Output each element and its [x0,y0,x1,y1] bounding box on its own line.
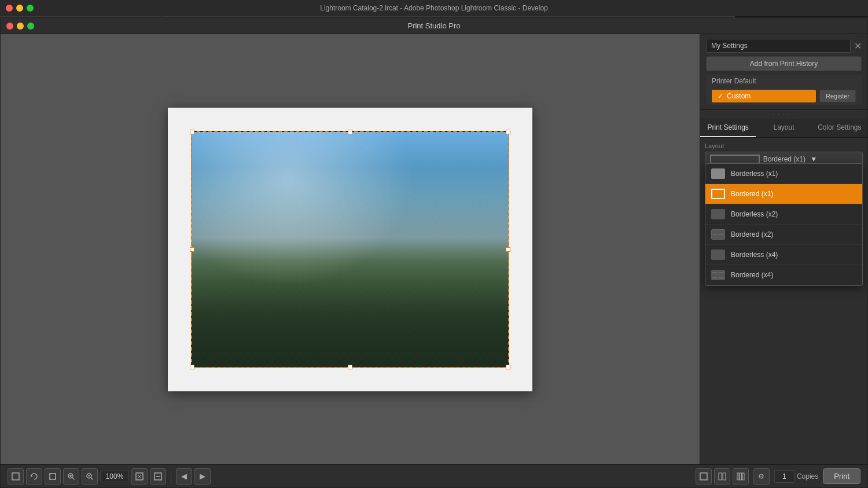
dd-item-icon-bordered-2 [711,229,725,240]
toolbar-prev-btn[interactable]: ◀ [176,468,192,485]
dd-item-bordered-1[interactable]: Bordered (x1) [705,184,735,204]
add-history-button[interactable]: Add from Print History [706,56,735,71]
settings-name-input[interactable] [706,39,735,53]
tab-print-settings[interactable]: Print Settings [700,119,735,137]
custom-check-icon: ✓ [718,92,723,100]
print-bottom-right: ⚙ Copies Print [696,468,735,485]
window-title: Lightroom Catalog-2.lrcat - Adobe Photos… [320,4,548,12]
dd-item-bordered-4[interactable]: Bordered (x4) [705,265,735,285]
settings-name-row: ✕ [706,39,735,53]
minimize-button[interactable] [16,5,23,12]
print-image [191,131,509,368]
toolbar-frame-btn[interactable] [162,468,166,485]
resize-handle-tr[interactable] [506,130,510,134]
dd-item-icon-borderless-1 [711,168,725,179]
resize-handle-ml[interactable] [190,247,194,252]
dd-item-borderless-4[interactable]: Borderless (x4) [705,245,735,265]
layout-btn-2[interactable] [714,468,730,485]
printer-default-label: Printer Default [712,77,735,85]
dd-item-icon-bordered-4 [711,270,725,280]
canvas-area [162,34,700,464]
dd-item-bordered-2[interactable]: Bordered (x2) [705,225,735,245]
bottom-layout-buttons [696,468,735,485]
layout-dropdown-menu: Borderless (x1) Bordered (x1) [705,163,735,286]
printer-default-row: Printer Default [706,75,735,87]
dropdown-icon [710,155,735,164]
dd-item-label-borderless-2: Borderless (x2) [731,210,735,218]
dialog-title: Print Studio Pro [407,21,460,30]
dialog-title-bar: Print Studio Pro [162,18,735,34]
dd-item-label-bordered-2: Bordered (x2) [731,230,735,239]
dialog-body: ✕ Add from Print History Printer Default… [162,34,735,464]
dd-item-label-bordered-4: Bordered (x4) [731,271,735,279]
dd-item-label-borderless-1: Borderless (x1) [731,170,735,178]
svg-rect-12 [719,473,722,480]
dd-item-label-borderless-4: Borderless (x4) [731,251,735,259]
layout-btn-1[interactable] [696,468,712,485]
svg-rect-13 [723,473,726,480]
bottom-toolbar: 100% ◀ ▶ [162,464,735,487]
resize-handle-mr[interactable] [506,247,510,252]
resize-handle-tl[interactable] [190,130,194,134]
dropdown-scroll-area[interactable]: Borderless (x1) Bordered (x1) [705,164,735,285]
custom-selected-item[interactable]: ✓ Custom [712,90,735,102]
dd-item-icon-borderless-2 [711,209,725,219]
center-column: Print Studio Pro [162,16,735,488]
resize-handle-bc[interactable] [348,365,352,369]
print-studio-dialog: Print Studio Pro [162,17,735,488]
toolbar-separator [171,471,171,482]
resize-handle-br[interactable] [506,365,510,369]
title-bar: Lightroom Catalog-2.lrcat - Adobe Photos… [0,0,868,16]
custom-row: ✓ Custom Register [706,87,735,105]
layout-dropdown-container: Layout Bordered (x1) ▼ [700,138,735,171]
maximize-button[interactable] [27,5,34,12]
drag-handle: · · · · · [700,110,735,119]
layout-section-label: Layout [705,142,735,149]
dd-item-icon-bordered-1 [711,189,725,199]
dd-item-icon-borderless-4 [711,249,725,260]
dd-item-borderless-1[interactable]: Borderless (x1) [705,164,735,184]
svg-rect-11 [700,473,707,480]
toolbar-next-btn[interactable]: ▶ [194,468,211,485]
dd-item-borderless-2[interactable]: Borderless (x2) [705,204,735,225]
print-settings-panel: ✕ Add from Print History Printer Default… [700,34,735,464]
dd-item-label-bordered-1: Bordered (x1) [731,190,735,198]
close-button[interactable] [6,5,13,12]
layout-btn-3[interactable] [733,468,735,485]
print-panel-header: ✕ Add from Print History Printer Default… [700,34,735,110]
window-controls [6,5,34,12]
custom-label: Custom [727,92,735,100]
resize-handle-tc[interactable] [348,130,352,134]
print-paper [168,108,532,391]
resize-handle-bl[interactable] [190,365,194,369]
panel-tabs: Print Settings Layout Color Settings [700,119,735,138]
